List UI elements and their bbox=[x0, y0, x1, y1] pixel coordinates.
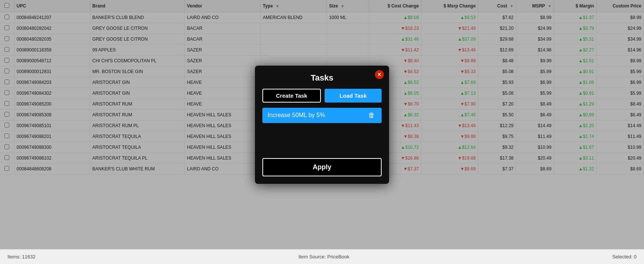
load-task-button[interactable]: Load Task bbox=[325, 89, 382, 103]
items-count: Items: 11632 bbox=[7, 254, 35, 260]
apply-button[interactable]: Apply bbox=[262, 158, 382, 176]
modal-title: Tasks bbox=[262, 73, 382, 83]
modal-close-button[interactable]: × bbox=[375, 70, 384, 79]
task-item-label: Increase 50ML by 5% bbox=[268, 112, 325, 119]
item-source: Item Source: PriceBook bbox=[299, 254, 350, 260]
status-bar: Items: 11632 Item Source: PriceBook Sele… bbox=[0, 249, 644, 264]
create-task-button[interactable]: Create Task bbox=[262, 89, 321, 103]
task-delete-button[interactable]: 🗑 bbox=[367, 111, 376, 119]
selected-count: Selected: 0 bbox=[612, 254, 637, 260]
tasks-modal: Tasks × Create Task Load Task Increase 5… bbox=[255, 66, 389, 184]
modal-buttons: Create Task Load Task bbox=[262, 89, 382, 103]
modal-overlay: Tasks × Create Task Load Task Increase 5… bbox=[0, 0, 644, 249]
task-item[interactable]: Increase 50ML by 5% 🗑 bbox=[262, 108, 382, 123]
modal-spacer bbox=[262, 127, 382, 157]
